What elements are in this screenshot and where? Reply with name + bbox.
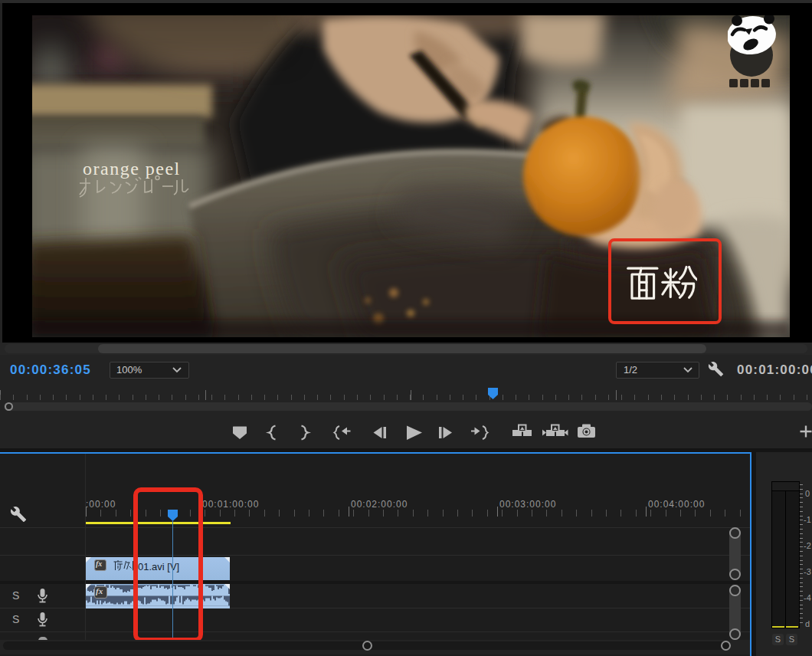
svg-text:orange peel: orange peel bbox=[83, 159, 181, 179]
